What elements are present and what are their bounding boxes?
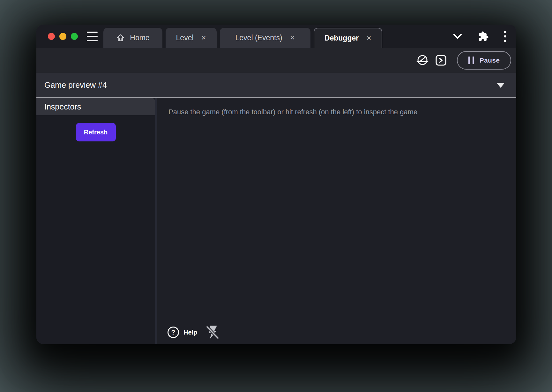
close-tab-icon[interactable]: ✕ [290,35,295,41]
titlebar-right-icons [452,30,516,43]
help-icon[interactable]: ? [168,327,179,338]
tab-label: Debugger [324,34,359,42]
close-window-button[interactable] [48,33,55,40]
inspectors-sidebar: Inspectors Refresh [36,98,155,344]
pause-icon [468,57,474,64]
refresh-button[interactable]: Refresh [76,123,116,141]
profiler-gauge-icon[interactable] [416,54,429,67]
game-preview-title: Game preview #4 [44,80,107,90]
inspectors-header: Inspectors [36,98,155,115]
tab-level[interactable]: Level ✕ [166,28,217,48]
pause-button[interactable]: Pause [457,51,511,70]
help-label[interactable]: Help [183,329,197,336]
home-icon [116,34,125,42]
inspector-empty-message: Pause the game (from the toolbar) or hit… [157,98,516,117]
inspector-panel: Pause the game (from the toolbar) or hit… [157,98,516,344]
extensions-puzzle-icon[interactable] [478,31,489,42]
minimize-window-button[interactable] [59,33,66,40]
tab-debugger[interactable]: Debugger ✕ [314,28,382,48]
game-preview-bar: Game preview #4 [36,73,516,98]
app-window: Home Level ✕ Level (Events) ✕ Debugger ✕ [36,25,516,344]
hamburger-menu-icon[interactable] [87,32,98,41]
tab-home[interactable]: Home [103,28,162,48]
dropdown-caret-icon[interactable] [496,83,505,88]
titlebar: Home Level ✕ Level (Events) ✕ Debugger ✕ [36,25,516,48]
sidebar-divider[interactable] [155,98,157,344]
tab-level-events[interactable]: Level (Events) ✕ [220,28,310,48]
console-icon[interactable] [435,55,447,66]
inspectors-header-label: Inspectors [44,102,81,111]
debugger-content: Inspectors Refresh Pause the game (from … [36,98,516,344]
debugger-toolbar: Pause [36,48,516,73]
flash-off-icon[interactable] [206,325,219,340]
tab-label: Level [176,34,194,42]
window-controls [36,33,78,40]
chevron-down-icon[interactable] [452,32,463,41]
kebab-menu-icon[interactable] [504,30,507,43]
pause-button-label: Pause [480,57,500,64]
close-tab-icon[interactable]: ✕ [201,35,206,41]
close-tab-icon[interactable]: ✕ [366,35,371,41]
tab-label: Level (Events) [235,34,282,42]
help-row: ? Help [168,325,219,340]
fullscreen-window-button[interactable] [71,33,78,40]
tab-bar: Home Level ✕ Level (Events) ✕ Debugger ✕ [103,28,452,48]
tab-label: Home [130,34,149,42]
